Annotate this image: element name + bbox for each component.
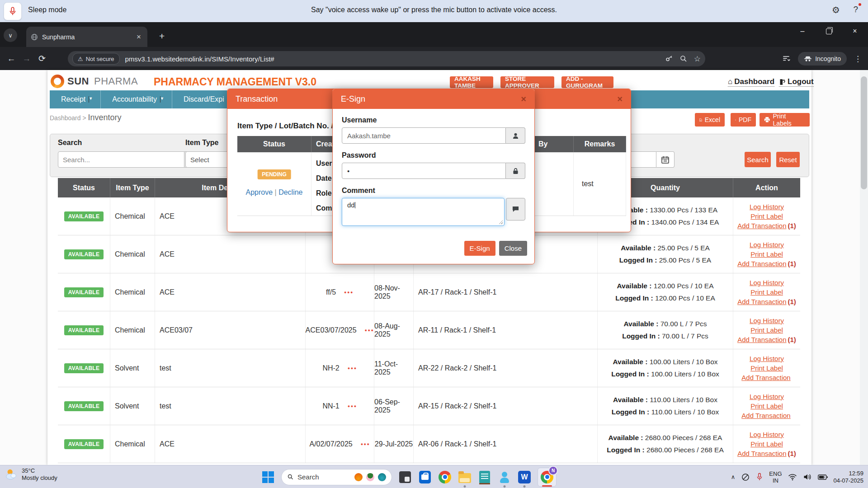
language-indicator[interactable]: ENGIN bbox=[769, 470, 782, 484]
add-transaction-link[interactable]: Add Transaction bbox=[741, 374, 790, 381]
export-pdf-button[interactable]: PDF bbox=[731, 113, 756, 127]
speaker-icon[interactable] bbox=[803, 473, 812, 481]
lot-ellipsis-button[interactable]: ●●● bbox=[361, 442, 370, 446]
bookmark-star-icon[interactable]: ☆ bbox=[694, 54, 701, 64]
log-history-link[interactable]: Log History bbox=[750, 317, 784, 324]
browser-tab-sunpharma[interactable]: Sunpharma × bbox=[26, 27, 147, 47]
lot-ellipsis-button[interactable]: ●●● bbox=[348, 366, 357, 371]
battery-icon[interactable] bbox=[818, 474, 828, 480]
add-transaction-link[interactable]: Add Transaction bbox=[741, 412, 790, 419]
tab-title: Sunpharma bbox=[42, 33, 135, 41]
add-transaction-link[interactable]: Add Transaction bbox=[737, 336, 786, 343]
url-text[interactable]: pmsv3.1.websitedemolink.in/SIMS/Inventor… bbox=[125, 55, 659, 63]
word-button[interactable]: W bbox=[518, 470, 531, 484]
approve-link[interactable]: Approve bbox=[245, 188, 273, 196]
add-transaction-link[interactable]: Add Transaction bbox=[737, 222, 786, 230]
people-button[interactable] bbox=[498, 470, 511, 484]
lot-batch-number: NN-1 bbox=[322, 402, 339, 410]
microsoft-store-button[interactable] bbox=[418, 470, 432, 484]
add-transaction-link[interactable]: Add Transaction bbox=[737, 450, 786, 457]
print-label-link[interactable]: Print Label bbox=[750, 250, 783, 258]
tray-microphone-icon[interactable] bbox=[756, 473, 763, 481]
log-history-link[interactable]: Log History bbox=[750, 279, 784, 286]
print-label-link[interactable]: Print Label bbox=[750, 212, 783, 220]
reset-button[interactable]: Reset bbox=[776, 152, 800, 167]
weather-icon bbox=[5, 468, 18, 481]
add-transaction-link[interactable]: Add Transaction bbox=[737, 260, 786, 267]
not-secure-chip[interactable]: ⚠ Not secure bbox=[72, 53, 120, 65]
nav-discard-expiry[interactable]: Discard/Expi bbox=[172, 90, 236, 108]
print-label-link[interactable]: Print Label bbox=[750, 326, 783, 334]
taskbar-search-box[interactable]: Search bbox=[281, 469, 392, 485]
log-history-link[interactable]: Log History bbox=[750, 431, 784, 438]
esign-modal-close-icon[interactable]: × bbox=[521, 94, 526, 104]
scrollbar-thumb[interactable] bbox=[861, 76, 867, 189]
password-label: Password bbox=[342, 151, 525, 160]
username-input[interactable]: Aakash.tambe bbox=[342, 127, 506, 144]
file-explorer-button[interactable] bbox=[458, 470, 472, 484]
export-excel-button[interactable]: Excel bbox=[695, 113, 725, 127]
tab-close-icon[interactable]: × bbox=[135, 33, 143, 42]
reading-list-icon[interactable] bbox=[782, 54, 791, 63]
reload-button[interactable]: ⟳ bbox=[34, 53, 50, 64]
log-history-link[interactable]: Log History bbox=[750, 203, 784, 211]
esign-close-button[interactable]: Close bbox=[499, 241, 527, 256]
transaction-modal-close-icon[interactable]: × bbox=[617, 94, 623, 104]
chrome-incognito-active-button[interactable]: N bbox=[538, 468, 557, 487]
warning-icon: ⚠ bbox=[78, 56, 83, 62]
chrome-button[interactable] bbox=[438, 470, 452, 484]
passwords-key-icon[interactable] bbox=[665, 55, 673, 63]
search-button[interactable]: Search bbox=[745, 152, 771, 167]
voice-help-button[interactable]: ? bbox=[853, 5, 858, 14]
resize-handle-icon[interactable] bbox=[499, 220, 503, 224]
comment-textarea[interactable]: dd bbox=[342, 198, 505, 226]
window-minimize-button[interactable]: – bbox=[789, 22, 816, 40]
lot-ellipsis-button[interactable]: ●●● bbox=[365, 328, 374, 333]
wifi-icon[interactable] bbox=[788, 474, 797, 481]
logout-link[interactable]: Logout bbox=[779, 77, 814, 87]
print-label-link[interactable]: Print Label bbox=[750, 440, 783, 448]
add-transaction-link[interactable]: Add Transaction bbox=[737, 298, 786, 305]
window-restore-button[interactable] bbox=[816, 22, 842, 40]
nav-receipt[interactable]: Receipt▼ bbox=[50, 90, 101, 108]
lot-batch-number: ff/5 bbox=[326, 288, 336, 296]
tray-chevron-up-icon[interactable]: ∧ bbox=[731, 474, 736, 480]
esign-submit-button[interactable]: E-Sign bbox=[464, 241, 495, 256]
page-scrollbar[interactable] bbox=[860, 70, 868, 465]
browser-menu-icon[interactable]: ⋮ bbox=[854, 54, 862, 64]
location-cell: AR-15 / Rack-2 / Shelf-1 bbox=[414, 387, 598, 425]
print-label-link[interactable]: Print Label bbox=[750, 364, 783, 372]
log-history-link[interactable]: Log History bbox=[750, 355, 784, 362]
zoom-icon[interactable] bbox=[679, 55, 688, 63]
tab-search-button[interactable]: ∨ bbox=[4, 28, 17, 42]
lot-ellipsis-button[interactable]: ●●● bbox=[344, 290, 354, 295]
date-picker-button[interactable] bbox=[656, 151, 675, 168]
print-labels-button[interactable]: Print Labels bbox=[760, 113, 810, 127]
voice-settings-gear-icon[interactable]: ⚙ bbox=[832, 5, 840, 15]
back-button[interactable]: ← bbox=[4, 54, 19, 64]
nav-accountability[interactable]: Accountability▼ bbox=[101, 90, 172, 108]
start-button[interactable] bbox=[261, 470, 275, 484]
password-addon bbox=[506, 163, 525, 179]
password-input[interactable]: • bbox=[342, 163, 506, 179]
item-type-cell: Chemical bbox=[110, 235, 155, 273]
window-close-button[interactable]: × bbox=[842, 22, 868, 40]
taskbar-weather-widget[interactable]: 35°C Mostly cloudy bbox=[5, 467, 57, 482]
dashboard-link[interactable]: ⌂ Dashboard bbox=[728, 77, 774, 87]
log-history-link[interactable]: Log History bbox=[750, 393, 784, 400]
do-not-disturb-icon[interactable] bbox=[741, 473, 750, 482]
task-view-button[interactable] bbox=[398, 470, 412, 484]
new-tab-button[interactable]: + bbox=[159, 31, 165, 41]
taskbar-clock[interactable]: 12:5904-07-2025 bbox=[834, 470, 864, 484]
print-label-link[interactable]: Print Label bbox=[750, 288, 783, 296]
search-input[interactable]: Search... bbox=[58, 151, 184, 168]
decline-link[interactable]: Decline bbox=[278, 188, 302, 196]
lot-ellipsis-button[interactable]: ●●● bbox=[348, 404, 357, 408]
log-history-link[interactable]: Log History bbox=[750, 241, 784, 249]
breadcrumb-dashboard[interactable]: Dashboard bbox=[50, 114, 81, 122]
print-label-link[interactable]: Print Label bbox=[750, 402, 783, 410]
action-cell: Log History Print Label Add Transaction(… bbox=[733, 273, 800, 311]
forward-button[interactable]: → bbox=[19, 54, 34, 64]
address-bar[interactable]: ⚠ Not secure pmsv3.1.websitedemolink.in/… bbox=[68, 51, 705, 66]
notepad-button[interactable] bbox=[478, 470, 491, 484]
